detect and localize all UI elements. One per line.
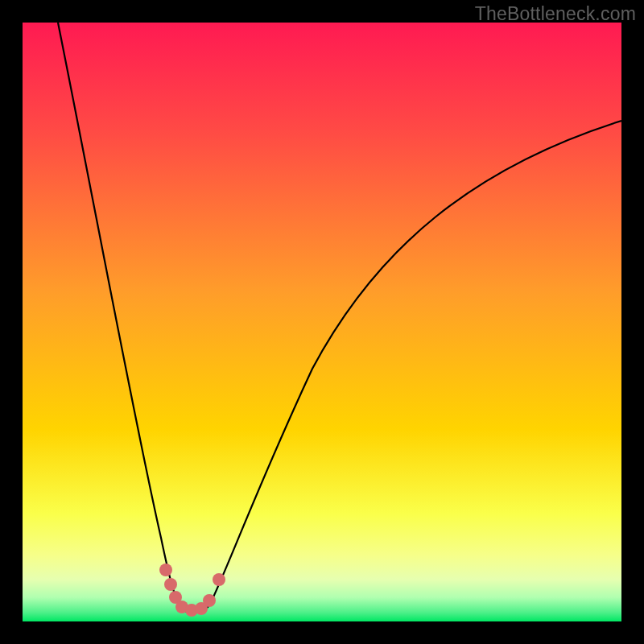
chart-frame: [23, 23, 621, 621]
marker-dot: [203, 594, 216, 607]
chart-svg: [23, 23, 621, 621]
watermark-text: TheBottleneck.com: [475, 3, 636, 25]
marker-dot: [164, 578, 177, 591]
gradient-background: [23, 23, 621, 621]
marker-dot: [213, 573, 225, 586]
marker-dot: [159, 564, 172, 576]
